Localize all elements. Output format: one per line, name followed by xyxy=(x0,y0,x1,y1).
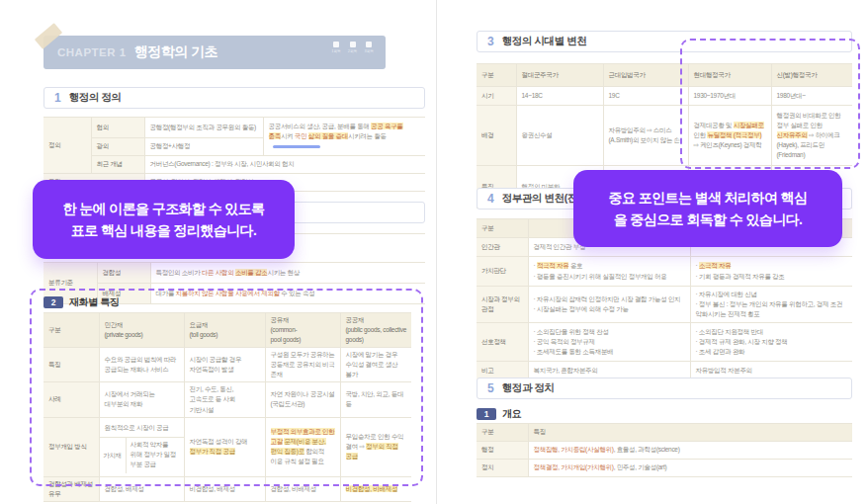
sub-row-key: 가치재 xyxy=(100,438,127,473)
cell: 자연독점 성격이 강해 정부가 직접 공급 xyxy=(184,417,265,476)
cell: 시장에 맡기는 경우 수익성 결여로 생산 불가 xyxy=(340,348,411,382)
cell: 전기, 수도, 통신, 고속도로 등 사회 기반시설 xyxy=(184,382,265,417)
column-header: 공공재(public goods, collectivegoods) xyxy=(340,313,411,348)
cell: 비경합성, 비배제성 xyxy=(340,476,411,501)
row-label: 인간관 xyxy=(477,238,528,257)
row-key: 광의 xyxy=(91,138,144,156)
readcount-label-2: 2회독 xyxy=(348,48,358,53)
cell: 거버넌스(Governance) : 정부와 시장, 시민사회의 협치 xyxy=(144,156,425,174)
callout-line: 한 눈에 이론을 구조화할 수 있도록 xyxy=(33,198,295,219)
cell-merged: 공공서비스의 생산, 공급, 분배를 통해 공공 욕구를 충족시켜 국민 삶의 … xyxy=(263,118,425,156)
callout-line: 표로 핵심 내용을 정리했습니다. xyxy=(33,219,295,241)
subsection-badge: 2 xyxy=(43,296,63,308)
readcount-label-1: 1회독 xyxy=(331,48,341,53)
row-key: 경합성 xyxy=(97,263,150,284)
cell: 정책결정, 가치개입(가치행위), 민주성, 기술성(art) xyxy=(528,460,852,477)
table-row: 분류기준 경합성 특정인의 소비가 다른 사람의 소비를 감소시키는 현상 xyxy=(43,263,425,284)
cell: 1980년대~ xyxy=(771,87,852,106)
cell: 비경합성, 배제성 xyxy=(184,476,265,501)
cell: · 자유시장에 대한 신념· 정부 불신 : 정부는 개인의 자유를 위협하고,… xyxy=(690,287,852,323)
cell: 특정인의 소비가 다른 사람의 소비를 감소시키는 현상 xyxy=(150,263,425,284)
cell: 자연 자원이나 공공시설(국립도서관) xyxy=(265,382,340,417)
row-label: 배경 xyxy=(477,106,516,166)
section-number: 5 xyxy=(487,381,494,395)
tape-decoration xyxy=(35,23,62,49)
callout-line: 중요 포인트는 별색 처리하여 핵심 xyxy=(573,187,842,209)
callout-table-structure: 한 눈에 이론을 구조화할 수 있도록 표로 핵심 내용을 정리했습니다. xyxy=(33,180,295,259)
table-row: 경합성과 배제성 유무 경합성, 배제성 비경합성, 배제성 경합성, 비배제성… xyxy=(43,476,411,501)
chapter-title: 행정학의 기초 xyxy=(134,43,217,61)
section-number: 3 xyxy=(487,35,494,48)
cell: 자유방임주의 ⇨ 스미스 (A.Smith)의 보이지 않는 손 xyxy=(603,106,688,166)
column-header: 요금재(toll goods) xyxy=(184,313,265,348)
column-header: 공유재(common-pool goods) xyxy=(265,313,340,348)
cell: 대가를 지불하지 않은 사람을 사용에서 제외할 수 있는 속성 xyxy=(150,284,425,304)
table-row: 정치 정책결정, 가치개입(가치행위), 민주성, 기술성(art) xyxy=(477,460,852,477)
column-header: 특징 xyxy=(528,424,852,442)
table-row: 행정 정책집행, 가치중립(사실행위), 효율성, 과학성(science) xyxy=(477,442,852,460)
section-title: 행정과 정치 xyxy=(502,381,555,395)
cell: 경제대공황 및 시장실패로 인한 뉴딜정책 (적극정부) ⇨ 케인즈(Keyne… xyxy=(688,106,771,166)
section-number: 4 xyxy=(487,192,494,206)
row-label: 특징 xyxy=(43,348,99,382)
cell: · 소외집단을 위한 정책 찬성· 공익 목적의 정부규제· 조세제도를 통한 … xyxy=(528,323,690,362)
section-title: 행정의 시대별 변천 xyxy=(502,35,587,48)
cell: 구성원 모두가 공유하는 공동재로 공유지의 비극 존재 xyxy=(265,348,340,382)
subsection-badge: 1 xyxy=(477,408,496,420)
callout-key-points: 중요 포인트는 별색 처리하여 핵심 을 중심으로 회독할 수 있습니다. xyxy=(573,170,842,247)
readcount-checkbox-2 xyxy=(350,42,356,47)
row-label: 행정 xyxy=(477,442,528,460)
cell-top: 원칙적으로 시장이 공급 xyxy=(100,421,184,438)
chapter-label: CHAPTER 1 xyxy=(57,46,127,58)
subsection-title: 개요 xyxy=(502,407,521,421)
textbook-spread: CHAPTER 1 행정학의 기초 1회독 2회독 3회독 1 행정의 정의 정… xyxy=(0,0,868,504)
cell: 국방, 치안, 외교, 등대 등 xyxy=(340,382,411,417)
readcount-checkbox-1 xyxy=(333,42,339,47)
column-header: 구분 xyxy=(477,424,528,442)
row-label: 정치 xyxy=(477,460,528,477)
column-header: 민간재(private goods) xyxy=(99,313,184,348)
row-label: 가치판단 xyxy=(477,257,528,287)
subsection-header-goods: 2 재화별 특징 xyxy=(43,295,119,309)
cell: 1930~1970년대 xyxy=(688,87,771,106)
cell: 행정권의 비대화로 인한 정부 실패로 인한 신자유주의 ⇨ 하이에크(Haye… xyxy=(771,106,852,166)
table-header-row: 구분 민간재(private goods) 요금재(toll goods) 공유… xyxy=(43,313,411,348)
cell: 시장이 공급할 경우 자연독점이 발생 xyxy=(184,348,265,382)
cell: 부정적 외부효과로 인한 고갈 문제(비용 분산, 편익 집중)로 합의적 이용… xyxy=(265,417,340,476)
cell: 경합성, 비배제성 xyxy=(265,476,340,501)
table-row: 정부개입 방식 원칙적으로 시장이 공급 가치재 사회적 약자를 위해 정부가 … xyxy=(43,417,411,476)
table-row: 배경 왕권신수설 자유방임주의 ⇨ 스미스 (A.Smith)의 보이지 않는 … xyxy=(477,106,852,166)
cell: 공행정(행정부의 조직과 공무원의 활동) xyxy=(144,118,263,138)
callout-line: 을 중심으로 회독할 수 있습니다. xyxy=(573,209,842,230)
cell: · 소극적 자유· 기회 평등과 경제적 자유를 강조 xyxy=(690,257,852,287)
subsection-header-overview: 1 개요 xyxy=(477,407,521,421)
cell: 공행정+사행정 xyxy=(144,138,263,156)
column-header: 신(발)행정국가 xyxy=(771,64,852,87)
table-row: 선호정책 · 소외집단을 위한 정책 찬성· 공익 목적의 정부규제· 조세제도… xyxy=(477,323,852,362)
cell: 시장에서 거래되는 대부분의 재화 xyxy=(99,382,184,417)
table-header-row: 구분 특징 xyxy=(477,424,852,442)
page-divider xyxy=(436,0,437,504)
column-header: 현대행정국가 xyxy=(688,64,771,87)
table-row: 가치판단 · 적극적 자유 옹호· 평등을 증진시키기 위해 실질적인 정부개입… xyxy=(477,257,852,287)
section-title: 행정의 정의 xyxy=(69,91,122,105)
row-label: 시기 xyxy=(477,87,516,106)
cell-split: 원칙적으로 시장이 공급 가치재 사회적 약자를 위해 정부가 일정 부분 공급 xyxy=(99,417,184,476)
section-header-3: 3 행정의 시대별 변천 xyxy=(477,31,852,52)
read-count-checks: 1회독 2회독 3회독 xyxy=(331,42,374,53)
cell: 정책집행, 가치중립(사실행위), 효율성, 과학성(science) xyxy=(528,442,852,460)
table-row: 정의 협의 공행정(행정부의 조직과 공무원의 활동) 공공서비스의 생산, 공… xyxy=(43,118,425,138)
row-key: 협의 xyxy=(91,118,144,138)
row-label: 정부개입 방식 xyxy=(43,417,99,476)
cell: 무임승차로 인한 수익 결여 ⇨ 정부의 직접 공급 xyxy=(340,417,411,476)
cell: 19C xyxy=(603,87,688,106)
section-header-5: 5 행정과 정치 xyxy=(477,378,852,399)
column-header: 근대입법국가 xyxy=(603,64,688,87)
cell: · 적극적 자유 옹호· 평등을 증진시키기 위해 실질적인 정부개입 허용 xyxy=(528,257,690,287)
column-header: 구분 xyxy=(477,64,516,87)
readcount-checkbox-3 xyxy=(366,42,372,47)
cell-bottom: 가치재 사회적 약자를 위해 정부가 일정 부분 공급 xyxy=(100,438,184,473)
cell: 왕권신수설 xyxy=(516,106,603,166)
chapter-banner: CHAPTER 1 행정학의 기초 1회독 2회독 3회독 xyxy=(43,36,386,69)
cell: · 소외집단 지원정책 반대· 경제적 규제 완화, 시장 지향 정책· 조세 … xyxy=(690,323,852,362)
